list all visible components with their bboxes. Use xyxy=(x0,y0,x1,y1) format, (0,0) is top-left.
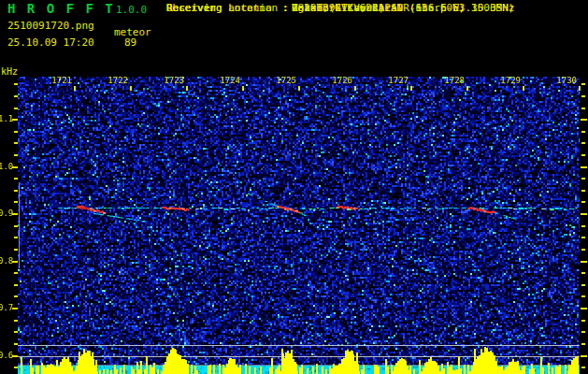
time-tick xyxy=(466,86,468,91)
freq-minor-tick-right xyxy=(581,320,585,322)
time-tick xyxy=(523,86,524,91)
time-tick xyxy=(298,86,300,91)
freq-minor-tick-right xyxy=(581,154,585,156)
time-tick xyxy=(74,86,76,91)
time-tick-label: 1728 xyxy=(442,76,465,85)
freq-minor-tick-right xyxy=(581,178,585,180)
freq-minor-tick xyxy=(14,131,18,133)
freq-minor-tick xyxy=(14,320,18,322)
freq-minor-tick xyxy=(14,154,18,156)
freq-minor-tick xyxy=(14,95,18,97)
time-tick xyxy=(410,86,412,91)
freq-minor-tick-right xyxy=(581,343,585,345)
time-tick-label: 1723 xyxy=(162,76,184,85)
freq-major-tick-right xyxy=(581,261,587,263)
freq-minor-tick-right xyxy=(581,295,585,297)
freq-tick-label: 0.7 xyxy=(0,303,12,312)
freq-minor-tick-right xyxy=(581,367,585,368)
freq-minor-tick xyxy=(14,284,18,286)
output-filename: 2510091720.png xyxy=(7,20,94,32)
freq-minor-tick xyxy=(14,142,18,144)
freq-minor-tick-right xyxy=(581,95,585,97)
freq-tick-label: 0.9 xyxy=(0,209,12,218)
echo-count: 89 xyxy=(124,36,136,49)
freq-major-tick xyxy=(12,308,18,309)
observation-datetime: 25.10.09 17:20 xyxy=(7,36,94,49)
freq-major-tick-right xyxy=(581,213,587,215)
freq-tick-label: 1.0 xyxy=(0,162,12,171)
freq-minor-tick-right xyxy=(581,108,585,109)
time-tick xyxy=(579,86,581,91)
freq-minor-tick-right xyxy=(581,142,585,144)
freq-axis-unit-label: kHz xyxy=(1,66,18,77)
time-tick xyxy=(130,86,132,91)
time-tick-label: 1721 xyxy=(50,76,72,85)
time-tick xyxy=(186,86,188,91)
station-value: 2el-HB9CV Vertical (el. E-W) xyxy=(292,3,465,14)
freq-major-tick xyxy=(12,355,18,357)
freq-minor-tick xyxy=(14,83,18,85)
freq-minor-tick xyxy=(14,178,18,180)
freq-major-tick xyxy=(12,261,18,263)
time-tick-label: 1727 xyxy=(386,76,409,85)
freq-minor-tick-right xyxy=(581,201,585,203)
freq-minor-tick-right xyxy=(581,190,585,192)
freq-minor-tick xyxy=(14,331,18,333)
time-tick-label: 1730 xyxy=(554,76,577,85)
station-colon: : xyxy=(282,3,292,14)
freq-minor-tick xyxy=(14,201,18,203)
time-tick-label: 1725 xyxy=(274,76,296,85)
freq-tick-label: 0.6 xyxy=(0,351,12,360)
freq-minor-tick xyxy=(14,108,18,109)
freq-minor-tick xyxy=(14,367,18,368)
freq-minor-tick-right xyxy=(581,237,585,238)
hrofft-spectrogram-window: H R O F F T 1.0.0 2510091720.png meteor … xyxy=(0,0,588,374)
station-info-block: Observer : Takanori Kawachi Receiving Lo… xyxy=(166,3,587,50)
time-tick xyxy=(354,86,356,91)
app-title: H R O F F T xyxy=(7,1,115,16)
station-row-antenna: Receiving antenna : 2el-HB9CV Vertical (… xyxy=(166,3,465,14)
freq-minor-tick xyxy=(14,249,18,251)
freq-major-tick-right xyxy=(581,308,587,309)
freq-major-tick-right xyxy=(581,119,587,121)
time-tick xyxy=(242,86,244,91)
station-label: Receiving antenna xyxy=(166,3,282,14)
freq-minor-tick xyxy=(14,272,18,274)
freq-minor-tick-right xyxy=(581,83,585,85)
freq-minor-tick-right xyxy=(581,249,585,251)
time-tick-label: 1722 xyxy=(106,76,128,85)
freq-minor-tick-right xyxy=(581,284,585,286)
freq-minor-tick xyxy=(14,190,18,192)
freq-minor-tick-right xyxy=(581,272,585,274)
freq-minor-tick-right xyxy=(581,225,585,227)
freq-minor-tick xyxy=(14,237,18,238)
time-tick-label: 1726 xyxy=(330,76,352,85)
time-tick-label: 1724 xyxy=(218,76,240,85)
spectrogram-canvas xyxy=(18,77,580,374)
freq-tick-label: 0.8 xyxy=(0,256,12,266)
freq-minor-tick xyxy=(14,225,18,227)
freq-tick-label: 1.1 xyxy=(0,114,12,123)
freq-major-tick xyxy=(12,213,18,215)
freq-major-tick-right xyxy=(581,166,587,168)
freq-major-tick xyxy=(12,119,18,121)
freq-minor-tick-right xyxy=(581,131,585,133)
app-version: 1.0.0 xyxy=(116,4,147,16)
freq-major-tick-right xyxy=(581,355,587,357)
freq-minor-tick xyxy=(14,343,18,345)
freq-major-tick xyxy=(12,166,18,168)
freq-minor-tick xyxy=(14,295,18,297)
time-tick-label: 1729 xyxy=(498,76,521,85)
freq-minor-tick-right xyxy=(581,331,585,333)
